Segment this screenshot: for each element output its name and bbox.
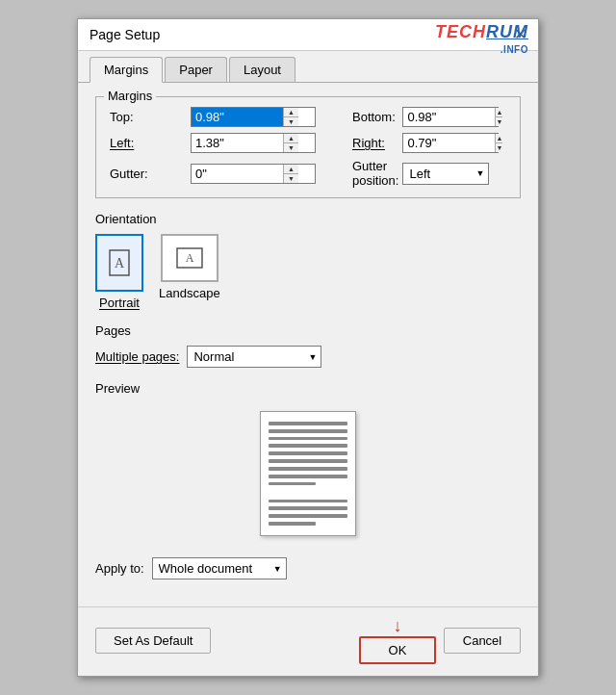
portrait-page-icon: A [109, 249, 130, 276]
preview-line-10 [269, 500, 347, 503]
right-spin-down[interactable]: ▼ [496, 142, 502, 152]
dialog-title: Page Setup [90, 27, 160, 42]
bottom-input[interactable] [403, 108, 495, 126]
ok-wrapper: ↓ OK [359, 617, 436, 664]
left-spin-buttons: ▲ ▼ [283, 134, 298, 152]
ok-button[interactable]: OK [359, 636, 436, 664]
preview-line-4 [269, 444, 347, 448]
left-label: Left: [110, 136, 187, 150]
apply-row: Apply to: Whole document This point forw… [95, 557, 521, 579]
preview-box [95, 403, 521, 544]
orientation-section: Orientation A Portrait A [95, 212, 521, 310]
portrait-icon: A [95, 234, 143, 292]
preview-line-5 [269, 451, 347, 455]
preview-line-3 [269, 437, 347, 441]
content-area: Margins Top: ▲ ▼ Bottom: ▲ ▼ [78, 83, 538, 606]
landscape-icon: A [161, 234, 218, 282]
portrait-button[interactable]: A Portrait [95, 234, 143, 310]
multiple-pages-select[interactable]: Normal Mirror margins 2 pages per sheet … [188, 347, 321, 367]
preview-line-2 [269, 429, 347, 433]
ok-cancel-group: ↓ OK Cancel [359, 617, 521, 664]
bottom-spin-up[interactable]: ▲ [496, 108, 502, 116]
left-input-wrapper[interactable]: ▲ ▼ [191, 133, 316, 153]
watermark-tech: TECH [435, 22, 486, 41]
orientation-buttons: A Portrait A Landscape [95, 234, 521, 310]
gutter-spin-buttons: ▲ ▼ [283, 165, 298, 183]
bottom-label: Bottom: [352, 110, 398, 124]
tab-paper[interactable]: Paper [165, 57, 227, 82]
right-spin-buttons: ▲ ▼ [495, 134, 502, 152]
orientation-title: Orientation [95, 212, 521, 226]
right-spin-up[interactable]: ▲ [496, 134, 502, 142]
preview-line-1 [269, 422, 347, 425]
apply-select[interactable]: Whole document This point forward [153, 558, 286, 579]
top-label: Top: [110, 110, 187, 124]
preview-line-7 [269, 467, 347, 471]
preview-spacer [269, 489, 347, 495]
watermark-rum: RUM [486, 22, 528, 41]
preview-line-8 [269, 475, 347, 478]
landscape-page-icon: A [176, 247, 203, 269]
watermark-sub: .INFO [500, 44, 528, 55]
pages-row: Multiple pages: Normal Mirror margins 2 … [95, 346, 521, 368]
landscape-button[interactable]: A Landscape [159, 234, 220, 300]
landscape-label: Landscape [159, 286, 220, 300]
pages-title: Pages [95, 323, 521, 338]
bottom-spin-down[interactable]: ▼ [496, 116, 502, 126]
gutter-position-select[interactable]: Left Top [403, 164, 488, 184]
margins-group: Margins Top: ▲ ▼ Bottom: ▲ ▼ [95, 96, 521, 198]
preview-title: Preview [95, 381, 521, 396]
right-input[interactable] [403, 134, 495, 152]
preview-line-11 [269, 506, 347, 510]
top-input-wrapper[interactable]: ▲ ▼ [191, 107, 316, 127]
multiple-pages-select-wrapper[interactable]: Normal Mirror margins 2 pages per sheet … [187, 346, 321, 368]
tab-layout[interactable]: Layout [229, 57, 295, 82]
apply-select-wrapper[interactable]: Whole document This point forward ▼ [152, 557, 287, 579]
top-spin-down[interactable]: ▼ [284, 116, 298, 126]
gutter-spin-down[interactable]: ▼ [284, 173, 298, 183]
right-input-wrapper[interactable]: ▲ ▼ [402, 133, 499, 153]
apply-label: Apply to: [95, 561, 144, 576]
gutter-spin-up[interactable]: ▲ [284, 165, 298, 173]
svg-text:A: A [185, 251, 193, 265]
tab-margins[interactable]: Margins [90, 57, 163, 83]
margins-group-title: Margins [104, 89, 156, 103]
gutter-input-wrapper[interactable]: ▲ ▼ [191, 164, 316, 184]
gutter-position-label: Gutter position: [352, 159, 398, 188]
gutter-input[interactable] [192, 165, 283, 183]
preview-line-12 [269, 514, 347, 518]
preview-line-13 [269, 522, 316, 526]
margins-form: Top: ▲ ▼ Bottom: ▲ ▼ [110, 107, 506, 188]
set-default-button[interactable]: Set As Default [95, 628, 211, 654]
pages-section: Pages Multiple pages: Normal Mirror marg… [95, 323, 521, 368]
preview-line-6 [269, 459, 347, 463]
preview-page [260, 411, 356, 536]
page-setup-dialog: Page Setup ✕ TECHRUM .INFO Margins Paper… [77, 18, 539, 677]
cancel-button[interactable]: Cancel [444, 628, 521, 654]
left-input[interactable] [192, 134, 283, 152]
right-label: Right: [352, 136, 398, 150]
title-bar: Page Setup ✕ TECHRUM .INFO [78, 19, 538, 51]
bottom-input-wrapper[interactable]: ▲ ▼ [402, 107, 499, 127]
bottom-bar: Set As Default ↓ OK Cancel [78, 606, 538, 676]
preview-section: Preview [95, 381, 521, 544]
preview-line-9 [269, 482, 316, 486]
gutter-label: Gutter: [110, 167, 187, 181]
gutter-position-select-wrapper[interactable]: Left Top ▼ [402, 163, 489, 185]
portrait-label: Portrait [99, 296, 140, 310]
top-spin-up[interactable]: ▲ [284, 108, 298, 116]
multiple-pages-label: Multiple pages: [95, 349, 179, 364]
ok-arrow-icon: ↓ [394, 617, 402, 634]
left-spin-down[interactable]: ▼ [284, 142, 298, 152]
top-spin-buttons: ▲ ▼ [283, 108, 298, 126]
tabs-container: Margins Paper Layout [78, 51, 538, 83]
svg-text:A: A [115, 256, 125, 270]
bottom-spin-buttons: ▲ ▼ [495, 108, 502, 126]
top-input[interactable] [192, 108, 283, 126]
left-spin-up[interactable]: ▲ [284, 134, 298, 142]
